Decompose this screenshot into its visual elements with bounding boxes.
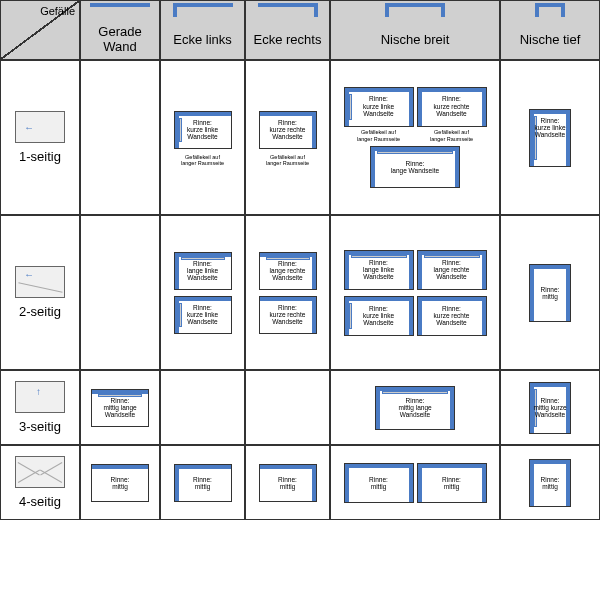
col-header-nische-breit: Nische breit: [330, 0, 500, 60]
diagram-label: Rinne: mittig: [530, 474, 570, 490]
corner-label: Gefälle: [40, 5, 75, 17]
diagram: Rinne: lange rechte Wandseite: [417, 250, 487, 290]
cell-3-ecke-links: [160, 370, 245, 445]
diagram-label: Rinne: kurze linke Wandseite: [175, 303, 231, 326]
row-header-1-seitig: ← 1-seitig: [0, 60, 80, 215]
diagram-label: Rinne: kurze rechte Wandseite: [418, 94, 486, 117]
diagram: Rinne: kurze linke Wandseite: [529, 109, 571, 167]
slope-3-icon: ↑: [15, 381, 65, 413]
cell-4-ecke-links: Rinne: mittig: [160, 445, 245, 520]
diagram-label: Rinne: kurze linke Wandseite: [345, 304, 413, 327]
slope-4-icon: [15, 456, 65, 488]
diagram-label: Rinne: mittig: [345, 474, 413, 490]
diagram-label: Rinne: mittig: [530, 284, 570, 300]
diagram-label: Rinne: mittig: [260, 474, 316, 490]
col-header-label: Nische breit: [381, 32, 450, 47]
diagram: Rinne: lange linke Wandseite: [344, 250, 414, 290]
cell-1-ecke-links: Rinne: kurze linke Wandseite Gefällekeil…: [160, 60, 245, 215]
diagram-note: Gefällekeil auf langer Raumseite: [417, 129, 487, 141]
diagram-label: Rinne: lange linke Wandseite: [345, 258, 413, 281]
cell-4-nische-tief: Rinne: mittig: [500, 445, 600, 520]
col-header-ecke-rechts: Ecke rechts: [245, 0, 330, 60]
row-header-label: 1-seitig: [19, 149, 61, 164]
diagram: Rinne: mittig: [529, 459, 571, 507]
diagram-note: Gefällekeil auf langer Raumseite: [266, 154, 309, 166]
row-header-label: 3-seitig: [19, 419, 61, 434]
diagram-label: Rinne: lange rechte Wandseite: [260, 259, 316, 282]
corner-left-icon: [173, 3, 233, 19]
row-header-3-seitig: ↑ 3-seitig: [0, 370, 80, 445]
niche-deep-icon: [535, 3, 565, 19]
diagram: Rinne: mittig: [529, 264, 571, 322]
cell-4-nische-breit: Rinne: mittig Rinne: mittig: [330, 445, 500, 520]
diagram: Rinne: mittig: [91, 464, 149, 502]
diagram: Rinne: kurze linke Wandseite: [174, 296, 232, 334]
corner-cell: Gefälle: [0, 0, 80, 60]
col-header-gerade-wand: Gerade Wand: [80, 0, 160, 60]
cell-1-nische-tief: Rinne: kurze linke Wandseite: [500, 60, 600, 215]
col-header-ecke-links: Ecke links: [160, 0, 245, 60]
cell-4-ecke-rechts: Rinne: mittig: [245, 445, 330, 520]
diagram-label: Rinne: mittig kurze Wandseite: [530, 396, 570, 419]
row-header-label: 2-seitig: [19, 304, 61, 319]
diagram: Rinne: kurze linke Wandseite: [344, 296, 414, 336]
col-header-label: Ecke links: [173, 32, 232, 47]
cell-4-gerade: Rinne: mittig: [80, 445, 160, 520]
slope-2-icon: ←: [15, 266, 65, 298]
diagram: Rinne: mittig: [417, 463, 487, 503]
cell-1-gerade: [80, 60, 160, 215]
diagram-label: Rinne: lange Wandseite: [371, 158, 459, 174]
diagram: Rinne: lange linke Wandseite: [174, 252, 232, 290]
diagram-label: Rinne: kurze linke Wandseite: [175, 118, 231, 141]
diagram-note: Gefällekeil auf langer Raumseite: [181, 154, 224, 166]
cell-2-nische-breit: Rinne: lange linke Wandseite Rinne: lang…: [330, 215, 500, 370]
cell-3-ecke-rechts: [245, 370, 330, 445]
diagram-label: Rinne: mittig: [175, 474, 231, 490]
cell-2-gerade: [80, 215, 160, 370]
cell-1-ecke-rechts: Rinne: kurze rechte Wandseite Gefällekei…: [245, 60, 330, 215]
diagram: Rinne: kurze linke Wandseite: [174, 111, 232, 149]
row-header-4-seitig: 4-seitig: [0, 445, 80, 520]
col-header-nische-tief: Nische tief: [500, 0, 600, 60]
diagram-label: Rinne: mittig: [92, 474, 148, 490]
diagram-label: Rinne: kurze rechte Wandseite: [260, 303, 316, 326]
cell-2-ecke-rechts: Rinne: lange rechte Wandseite Rinne: kur…: [245, 215, 330, 370]
row-header-label: 4-seitig: [19, 494, 61, 509]
niche-wide-icon: [385, 3, 445, 19]
diagram: Rinne: kurze rechte Wandseite: [417, 87, 487, 127]
diagram-label: Rinne: mittig lange Wandseite: [376, 396, 454, 419]
diagram-label: Rinne: kurze rechte Wandseite: [418, 304, 486, 327]
slope-1-icon: ←: [15, 111, 65, 143]
diagram-note: Gefällekeil auf langer Raumseite: [344, 129, 414, 141]
cell-1-nische-breit: Rinne: kurze linke Wandseite Gefällekeil…: [330, 60, 500, 215]
diagram: Rinne: mittig lange Wandseite: [91, 389, 149, 427]
cell-2-nische-tief: Rinne: mittig: [500, 215, 600, 370]
cell-2-ecke-links: Rinne: lange linke Wandseite Rinne: kurz…: [160, 215, 245, 370]
diagram-label: Rinne: kurze linke Wandseite: [530, 116, 570, 139]
corner-right-icon: [258, 3, 318, 19]
straight-wall-icon: [90, 3, 150, 19]
diagram: Rinne: kurze rechte Wandseite: [417, 296, 487, 336]
diagram-label: Rinne: lange linke Wandseite: [175, 259, 231, 282]
diagram: Rinne: mittig: [174, 464, 232, 502]
diagram-label: Rinne: kurze linke Wandseite: [345, 94, 413, 117]
cell-3-nische-tief: Rinne: mittig kurze Wandseite: [500, 370, 600, 445]
diagram-label: Rinne: mittig lange Wandseite: [92, 396, 148, 419]
cell-3-nische-breit: Rinne: mittig lange Wandseite: [330, 370, 500, 445]
col-header-label: Gerade Wand: [83, 24, 157, 54]
diagram-label: Rinne: kurze rechte Wandseite: [260, 118, 316, 141]
diagram: Rinne: kurze rechte Wandseite: [259, 111, 317, 149]
diagram-label: Rinne: mittig: [418, 474, 486, 490]
diagram: Rinne: mittig lange Wandseite: [375, 386, 455, 430]
matrix-grid: Gefälle Gerade Wand Ecke links Ecke rech…: [0, 0, 600, 520]
diagram: Rinne: lange rechte Wandseite: [259, 252, 317, 290]
diagram: Rinne: lange Wandseite: [370, 146, 460, 188]
row-header-2-seitig: ← 2-seitig: [0, 215, 80, 370]
diagram: Rinne: kurze linke Wandseite: [344, 87, 414, 127]
diagram: Rinne: mittig: [344, 463, 414, 503]
cell-3-gerade: Rinne: mittig lange Wandseite: [80, 370, 160, 445]
diagram: Rinne: kurze rechte Wandseite: [259, 296, 317, 334]
diagram: Rinne: mittig: [259, 464, 317, 502]
col-header-label: Ecke rechts: [254, 32, 322, 47]
col-header-label: Nische tief: [520, 32, 581, 47]
